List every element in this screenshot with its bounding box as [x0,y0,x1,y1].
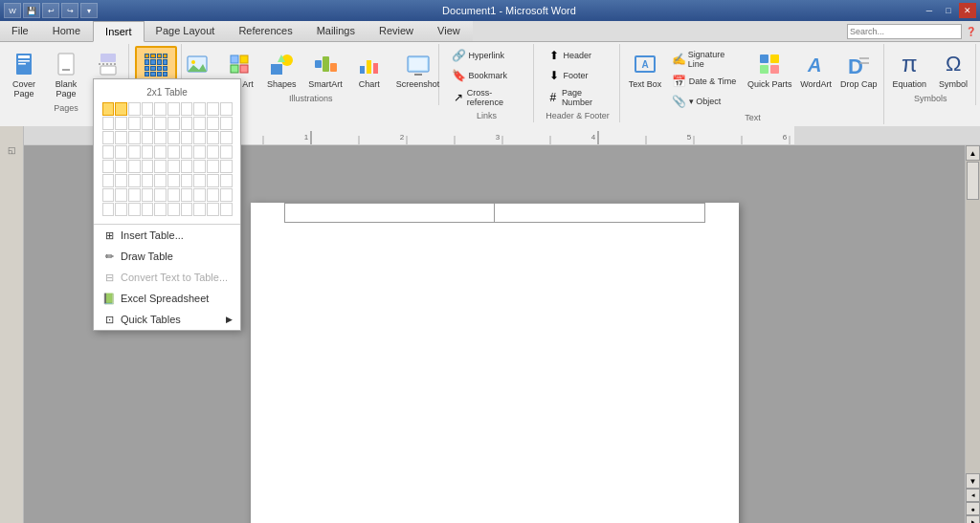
grid-cell[interactable] [193,160,206,173]
scroll-thumb[interactable] [967,162,979,200]
grid-cell[interactable] [115,203,127,216]
tab-view[interactable]: View [426,21,473,41]
tab-file[interactable]: File [0,21,41,41]
grid-cell[interactable] [142,174,154,187]
grid-cell[interactable] [128,160,141,173]
grid-cell[interactable] [167,145,180,159]
grid-cell[interactable] [193,145,206,159]
grid-cell[interactable] [220,160,233,173]
grid-cell[interactable] [207,102,219,116]
maximize-btn[interactable]: □ [940,3,957,18]
object-btn[interactable]: 📎 ▾ Object [667,92,743,111]
shapes-btn[interactable]: Shapes [261,46,301,92]
grid-cell[interactable] [193,102,206,116]
tab-home[interactable]: Home [41,21,93,41]
grid-cell[interactable] [181,102,193,116]
textbox-btn[interactable]: A Text Box [625,46,665,92]
grid-cell[interactable] [142,145,154,159]
grid-cell[interactable] [181,203,193,216]
grid-cell[interactable] [220,174,233,187]
grid-cell[interactable] [181,145,193,159]
grid-cell[interactable] [207,188,219,202]
smartart-btn[interactable]: SmartArt [303,46,347,92]
grid-cell[interactable] [142,160,154,173]
grid-cell[interactable] [154,117,167,130]
minimize-btn[interactable]: ─ [921,3,938,18]
grid-cell[interactable] [102,188,115,202]
grid-cell[interactable] [142,188,154,202]
grid-cell[interactable] [115,117,127,130]
bookmark-btn[interactable]: 🔖 Bookmark [447,66,527,85]
grid-cell[interactable] [167,102,180,116]
grid-cell[interactable] [128,188,141,202]
grid-cell[interactable] [154,160,167,173]
undo-quick-btn[interactable]: ↩ [42,3,59,18]
grid-cell[interactable] [102,102,115,116]
dropcap-btn[interactable]: D Drop Cap [837,46,880,92]
ribbon-search[interactable] [847,24,962,39]
next-page-btn[interactable]: ▸ [966,515,980,523]
grid-cell[interactable] [181,131,193,144]
table-cell-1[interactable] [284,204,495,223]
grid-cell[interactable] [102,174,115,187]
scroll-track[interactable] [966,161,980,473]
grid-cell[interactable] [154,145,167,159]
tab-mailings[interactable]: Mailings [305,21,368,41]
symbol-btn[interactable]: Ω Symbol [933,46,973,92]
grid-cell[interactable] [142,203,154,216]
grid-cell[interactable] [115,145,127,159]
grid-cell[interactable] [193,117,206,130]
grid-cell[interactable] [193,131,206,144]
excel-spreadsheet-item[interactable]: 📗 Excel Spreadsheet [94,288,240,309]
pagenumber-btn[interactable]: # Page Number [542,86,614,109]
grid-cell[interactable] [167,160,180,173]
grid-cell[interactable] [167,188,180,202]
grid-cell[interactable] [154,102,167,116]
scroll-up-btn[interactable]: ▲ [966,145,980,161]
grid-cell[interactable] [128,102,141,116]
grid-cell[interactable] [115,102,127,116]
select-browse-btn[interactable]: ● [966,502,980,515]
grid-cell[interactable] [115,131,127,144]
hyperlink-btn[interactable]: 🔗 Hyperlink [447,46,527,65]
tab-pagelayout[interactable]: Page Layout [145,21,228,41]
grid-cell[interactable] [128,145,141,159]
grid-cell[interactable] [207,131,219,144]
blankpage-btn[interactable]: Blank Page [46,46,86,101]
table-cell-2[interactable] [495,204,705,223]
grid-cell[interactable] [181,174,193,187]
signatureline-btn[interactable]: ✍ Signature Line [667,48,743,71]
quickparts-btn[interactable]: Quick Parts [745,46,795,92]
grid-cell[interactable] [102,117,115,130]
grid-cell[interactable] [128,117,141,130]
grid-cell[interactable] [207,174,219,187]
grid-cell[interactable] [207,203,219,216]
grid-cell[interactable] [154,131,167,144]
grid-cell[interactable] [102,203,115,216]
grid-cell[interactable] [154,188,167,202]
grid-cell[interactable] [193,174,206,187]
grid-cell[interactable] [167,203,180,216]
grid-cell[interactable] [220,203,233,216]
grid-cell[interactable] [181,160,193,173]
grid-cell[interactable] [167,174,180,187]
grid-cell[interactable] [115,188,127,202]
header-btn[interactable]: ⬆ Header [542,46,614,65]
grid-cell[interactable] [220,188,233,202]
wordart-btn[interactable]: A WordArt [797,46,835,92]
insert-table-item[interactable]: ⊞ Insert Table... [94,225,240,246]
grid-cell[interactable] [128,131,141,144]
grid-cell[interactable] [154,174,167,187]
grid-cell[interactable] [207,160,219,173]
grid-cell[interactable] [193,188,206,202]
equation-btn[interactable]: π Equation [888,46,932,92]
grid-cell[interactable] [128,203,141,216]
coverpage-btn[interactable]: Cover Page [4,46,44,101]
grid-cell[interactable] [167,117,180,130]
grid-cell[interactable] [102,160,115,173]
screenshot-btn[interactable]: Screenshot [391,46,445,92]
help-btn[interactable]: ❓ [966,27,976,36]
grid-cell[interactable] [207,145,219,159]
grid-cell[interactable] [102,145,115,159]
save-quick-btn[interactable]: 💾 [23,3,40,18]
